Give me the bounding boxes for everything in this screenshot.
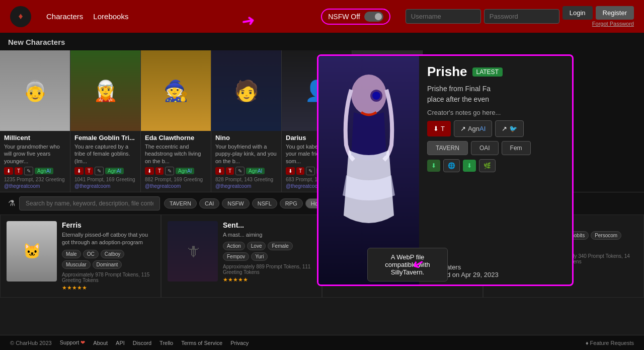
char-body-eda: Eda Clawthorne The eccentric and headstr… [141,131,211,192]
char-card-eda[interactable]: 🧙 Eda Clawthorne The eccentric and heads… [141,50,211,192]
popup-dl-globe-button[interactable]: 🌐 [443,159,460,172]
filter-tag-cai[interactable]: CAI [199,198,219,208]
t-button[interactable]: T [155,167,164,175]
popup-download-button[interactable]: ⬇ T [427,121,451,136]
popup-agn-button[interactable]: ↗ AgnAI [454,120,492,137]
username-input[interactable] [406,9,481,24]
tag-muscular: Muscular [62,260,91,269]
char-author: @thegreatcoom [215,183,277,189]
download-button[interactable]: ⬇ [74,167,84,175]
filter-tag-rpg[interactable]: RPG [280,198,303,208]
filter-tag-nsfw[interactable]: NSFW [222,198,249,208]
footer-feature-requests[interactable]: ♦ Feature Requests [586,340,634,346]
heart-icon: ❤ [80,339,85,345]
nav: Characters Lorebooks [46,12,128,21]
download-button[interactable]: ⬇ [4,167,13,175]
char-name: Female Goblin Tri... [74,134,136,142]
download-button[interactable]: ⬇ [215,167,224,175]
header: ♦ Characters Lorebooks NSFW Off Login Re… [0,0,644,33]
login-button[interactable]: Login [562,6,593,20]
t-label: T [441,125,445,132]
nav-lorebooks[interactable]: Lorebooks [93,12,128,21]
t-button[interactable]: T [296,167,304,175]
popup-dl-green-button[interactable]: ⬇ [427,160,440,172]
char-desc: Your grandmother who will grow five year… [4,143,66,165]
register-button[interactable]: Register [596,6,634,20]
content-card-sent[interactable]: 🗡 Sent... A mast... aiming Action Love F… [161,215,322,298]
footer-privacy-link[interactable]: Privacy [230,340,249,346]
char-name: Eda Clawthorne [145,134,207,142]
tag-action: Action [223,242,245,250]
popup-creator-notes: Creator's notes go here... [427,109,564,116]
nsfw-toggle[interactable] [364,12,383,22]
char-card-nino[interactable]: 🧑 Nino Your boyfriend with a puppy-play … [211,50,282,192]
footer-trello-link[interactable]: Trello [159,340,173,346]
footer-support-link[interactable]: Support ❤ [60,339,86,346]
char-name: Millicent [4,134,66,142]
tag-yuri: Yuri [251,252,268,261]
char-stats: 1041 Prompt, 169 Greeting [74,177,136,182]
footer-discord-link[interactable]: Discord [133,340,151,346]
card-name: Sent... [223,221,315,229]
footer-about-link[interactable]: About [93,340,108,346]
footer-api-link[interactable]: API [116,340,125,346]
filter-icon[interactable]: ⚗ [8,198,15,208]
edit-button[interactable]: ✎ [95,167,104,175]
popup-dl-extra-button[interactable]: 🌿 [479,159,496,172]
char-image-millicent: 👵 [0,50,70,131]
t-button[interactable]: T [85,167,93,175]
agn-text: AgnAI [468,125,486,132]
card-stars: ★★★★★ [223,276,315,283]
nsfw-label: NSFW Off [328,13,360,21]
char-image-goblin: 🧝 [70,50,140,131]
t-button[interactable]: T [15,167,23,175]
char-image-nino: 🧑 [211,50,281,131]
webp-tooltip: A WebP file compatible with SillyTavern. [367,248,448,282]
nav-characters[interactable]: Characters [46,12,83,21]
card-name: Ferris [62,221,154,229]
edit-button[interactable]: ✎ [306,167,315,175]
char-card-goblin[interactable]: 🧝 Female Goblin Tri... You are captured … [70,50,141,192]
content-card-ferris[interactable]: 🐱 Ferris Eternally pissed-off catboy tha… [0,215,161,298]
tag-fempov: Fempov [223,252,249,261]
tag-oc: OC [83,250,99,258]
char-body-nino: Nino Your boyfriend with a puppy-play ki… [211,131,281,192]
filter-tag-tavern[interactable]: TAVERN [164,198,197,208]
popup-export-button[interactable]: ↗ 🐦 [495,120,524,137]
header-inputs: Login Register Forgot Password [406,6,634,27]
char-stats: 828 Prompt, 143 Greeting [215,177,277,182]
tag-love: Love [247,242,266,250]
char-author: @thegreatcoom [145,183,207,189]
footer-terms-link[interactable]: Terms of Service [181,340,222,346]
download-button[interactable]: ⬇ [286,167,295,175]
card-image-ferris: 🐱 [7,221,57,282]
download-button[interactable]: ⬇ [145,167,154,175]
logo[interactable]: ♦ [10,6,31,27]
filter-tag-nsfl[interactable]: NSFL [252,198,277,208]
edit-button[interactable]: ✎ [24,167,33,175]
char-image-eda: 🧙 [141,50,211,131]
popup-dl-webp-button[interactable]: ⬇ [463,160,476,172]
forgot-password-link[interactable]: Forgot Password [592,21,634,27]
popup-action-buttons: ⬇ T ↗ AgnAI ↗ 🐦 [427,120,564,137]
char-buttons: ⬇ T ✎ AgnAI [145,167,207,175]
edit-button[interactable]: ✎ [165,167,174,175]
t-button[interactable]: T [226,167,234,175]
svg-point-3 [372,92,380,100]
char-desc: You are captured by a tribe of female go… [74,143,136,165]
char-card-millicent[interactable]: 👵 Millicent Your grandmother who will gr… [0,50,70,192]
popup-tab-fem[interactable]: Fem [502,141,531,155]
password-input[interactable] [484,9,559,24]
edit-button[interactable]: ✎ [235,167,245,175]
tag-catboy: Catboy [101,250,125,258]
popup-header: Prishe LATEST [427,64,564,80]
card-desc: Eternally pissed-off catboy that you got… [62,231,154,247]
popup-tab-tavern[interactable]: TAVERN [427,141,468,155]
popup-tab-oai[interactable]: OAI [471,141,499,155]
char-desc: The eccentric and headstrong witch livin… [145,143,207,165]
char-author: @thegreatcoom [74,183,136,189]
search-input[interactable] [19,196,160,211]
card-tags: Male OC Catboy Muscular Dominant [62,250,154,269]
char-desc: Your boyfriend with a puppy-play kink, a… [215,143,277,165]
tag-dominant: Dominant [93,260,122,269]
